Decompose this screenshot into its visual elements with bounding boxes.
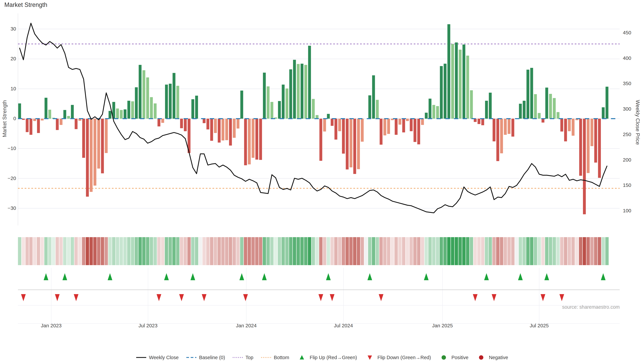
legend-item-positive[interactable]: Positive — [438, 355, 468, 360]
heatmap-cell — [236, 237, 240, 265]
heatmap-cell — [289, 237, 292, 265]
strength-bar-positive — [191, 99, 194, 119]
strength-bar-negative — [342, 119, 345, 154]
flip-down-marker — [243, 294, 248, 301]
strength-bar-positive — [67, 116, 70, 119]
strength-bar-positive — [44, 98, 48, 119]
heatmap-cell — [101, 237, 104, 265]
heatmap-cell — [387, 237, 390, 265]
strength-bar-negative — [37, 119, 40, 133]
heatmap-cell — [342, 237, 345, 265]
heatmap-cell — [586, 237, 590, 265]
strength-bar-positive — [485, 101, 488, 119]
heatmap-cell — [496, 237, 500, 265]
flip-down-marker — [157, 294, 161, 301]
strength-bar-negative — [380, 119, 382, 145]
strength-bar-positive — [538, 113, 541, 119]
heatmap-cell — [481, 237, 484, 265]
heatmap-cell — [18, 237, 21, 265]
strength-bar-negative — [590, 119, 593, 146]
market-strength-dashboard: Market Strength Market Strength Weekly C… — [0, 0, 644, 362]
strength-bar-positive — [165, 85, 168, 119]
strength-bar-positive — [489, 93, 492, 119]
right-axis-tick-label: 350 — [623, 81, 643, 86]
legend-item-weekly-close[interactable]: Weekly Close — [136, 355, 178, 360]
strength-bar-negative — [105, 119, 108, 153]
strength-bar-positive — [455, 42, 458, 119]
strength-bar-negative — [587, 119, 590, 173]
right-axis-tick-label: 250 — [623, 132, 643, 137]
strength-bar-positive — [282, 85, 284, 119]
strength-bar-negative — [206, 119, 209, 129]
x-axis-tick-label: Jan 2023 — [33, 323, 70, 329]
heatmap-cell — [248, 237, 251, 265]
dotted-line-icon — [261, 355, 272, 360]
heatmap-cell — [165, 237, 168, 265]
heatmap-cell — [556, 237, 560, 265]
strength-bar-negative — [481, 119, 484, 125]
strength-bar-negative — [398, 119, 401, 125]
heatmap-cell — [327, 237, 330, 265]
strength-bar-positive — [436, 106, 439, 119]
heatmap-cell — [296, 237, 300, 265]
flip-down-marker — [318, 294, 323, 301]
flip-down-marker — [492, 294, 496, 301]
flip-up-marker — [240, 273, 244, 280]
strength-bar-negative — [90, 119, 92, 192]
heatmap-cell — [466, 237, 470, 265]
heatmap-cell — [240, 237, 244, 265]
strength-bar-negative — [22, 119, 25, 120]
heatmap-cell — [330, 237, 334, 265]
legend-item-flip-up-red-green[interactable]: Flip Up (Red→Green) — [296, 355, 357, 360]
heatmap-cell — [583, 237, 586, 265]
heatmap-cell — [545, 237, 548, 265]
right-axis-tick-label: 200 — [623, 157, 643, 163]
legend-item-baseline-0[interactable]: Baseline (0) — [186, 355, 225, 360]
strength-bar-positive — [602, 107, 604, 119]
right-axis-tick-label: 450 — [623, 30, 643, 35]
strength-bar-negative — [478, 119, 480, 124]
strength-bar-positive — [459, 50, 462, 119]
legend-item-flip-down-green-red[interactable]: Flip Down (Green→Red) — [364, 355, 431, 360]
heatmap-cell — [417, 237, 420, 265]
strength-bar-positive — [108, 111, 111, 119]
heatmap-cell — [199, 237, 202, 265]
heatmap-cell — [522, 237, 526, 265]
strength-bar-negative — [387, 119, 390, 134]
heatmap-cell — [458, 237, 462, 265]
strength-bar-positive — [286, 88, 288, 119]
strength-bar-negative — [496, 119, 499, 161]
strength-bar-positive — [278, 101, 281, 119]
heatmap-cell — [410, 237, 413, 265]
flip-up-marker — [44, 273, 48, 280]
strength-bar-negative — [320, 119, 322, 161]
left-axis-tick-label: −30 — [1, 205, 16, 211]
strength-bar-negative — [158, 119, 160, 126]
strength-bar-positive — [519, 104, 522, 119]
legend-item-negative[interactable]: Negative — [476, 355, 508, 360]
heatmap-cell — [508, 237, 511, 265]
strength-bar-negative — [210, 119, 213, 141]
heatmap-cell — [135, 237, 138, 265]
strength-bar-negative — [410, 119, 412, 131]
circle-icon — [476, 355, 486, 360]
heatmap-cell — [293, 237, 296, 265]
heatmap-cell — [142, 237, 146, 265]
strength-bar-negative — [248, 119, 251, 164]
strength-bar-positive — [316, 115, 318, 119]
flip-up-marker — [601, 273, 606, 280]
legend-item-label: Flip Up (Red→Green) — [310, 355, 357, 360]
heatmap-cell — [398, 237, 402, 265]
heatmap-cell — [346, 237, 349, 265]
legend-item-top[interactable]: Top — [232, 355, 254, 360]
strength-bar-positive — [18, 103, 21, 119]
strength-bar-negative — [511, 119, 514, 137]
heatmap-cell — [78, 237, 82, 265]
heatmap-cell — [74, 237, 78, 265]
strength-bar-negative — [259, 119, 262, 160]
heatmap-cell — [278, 237, 281, 265]
strength-bar-positive — [432, 105, 435, 119]
heatmap-cell — [575, 237, 578, 265]
legend-item-bottom[interactable]: Bottom — [261, 355, 289, 360]
heatmap-cell — [124, 237, 127, 265]
